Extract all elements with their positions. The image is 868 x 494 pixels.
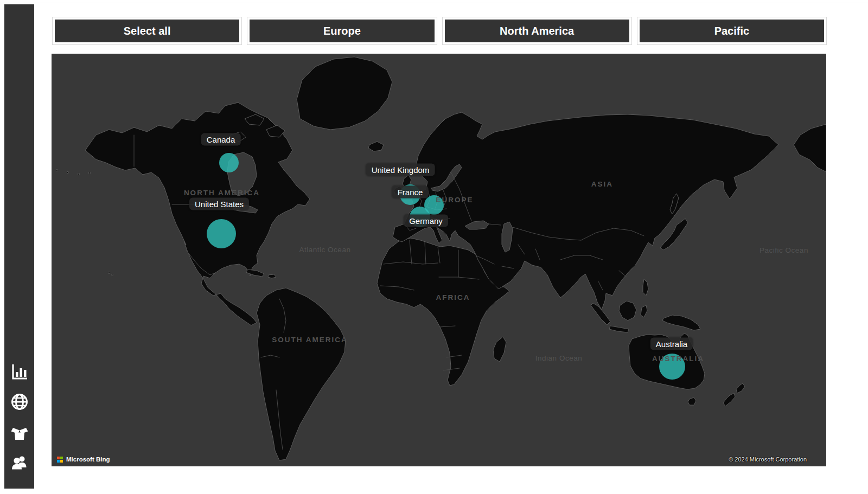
slicer-button-select-all[interactable]: Select all xyxy=(52,17,242,45)
world-map-svg xyxy=(52,54,826,466)
report-page: Select all Europe North America Pacific xyxy=(0,0,868,494)
slicer-button-pacific[interactable]: Pacific xyxy=(637,17,827,45)
bubble-map[interactable]: Microsoft Bing © 2024 Microsoft Corporat… xyxy=(52,54,826,466)
bing-attribution: Microsoft Bing xyxy=(57,456,110,463)
map-bubble-canada[interactable] xyxy=(219,153,239,172)
bar-chart-icon[interactable] xyxy=(8,360,31,384)
slicer-button-label: North America xyxy=(445,20,629,42)
map-bubble-australia[interactable] xyxy=(659,354,685,380)
map-bubble-france[interactable] xyxy=(410,207,430,227)
canvas-top-rule xyxy=(0,3,868,3)
bing-provider-label: Microsoft Bing xyxy=(66,456,110,463)
package-icon[interactable] xyxy=(8,420,31,444)
slicer-button-label: Pacific xyxy=(640,20,824,42)
slicer-button-label: Europe xyxy=(250,20,434,42)
map-bubble-united-states[interactable] xyxy=(207,219,236,248)
slicer-button-label: Select all xyxy=(55,20,239,42)
map-bubble-united-kingdom[interactable] xyxy=(400,184,420,205)
nav-sidebar xyxy=(4,4,34,489)
slicer-button-north-america[interactable]: North America xyxy=(442,17,632,45)
microsoft-logo-icon xyxy=(57,457,63,463)
globe-icon[interactable] xyxy=(8,390,31,414)
map-copyright: © 2024 Microsoft Corporation xyxy=(729,456,807,463)
slicer-button-europe[interactable]: Europe xyxy=(247,17,437,45)
region-slicer: Select all Europe North America Pacific xyxy=(52,17,827,45)
people-icon[interactable] xyxy=(8,450,31,473)
